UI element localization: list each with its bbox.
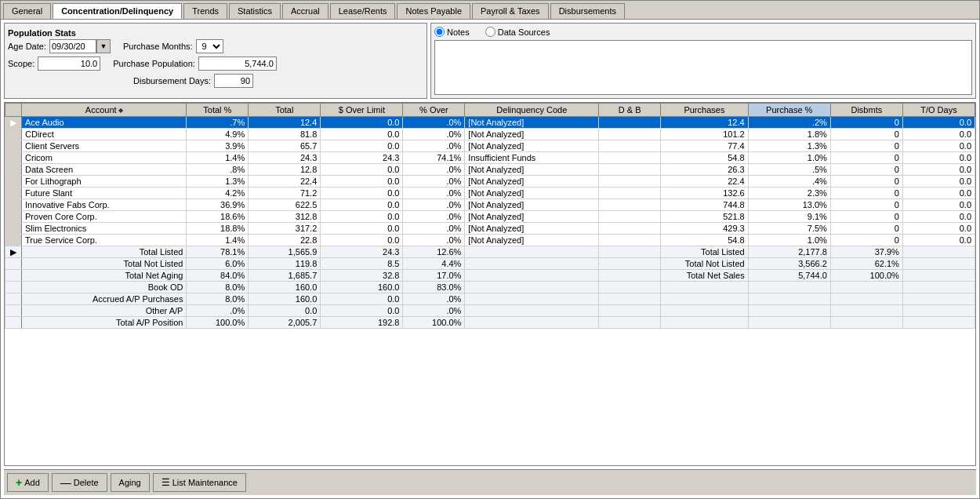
disbmts-cell: 0 (830, 152, 902, 164)
account-cell: Data Screen (22, 164, 187, 176)
tab-trends[interactable]: Trends (183, 3, 227, 19)
total-cell: 12.4 (249, 117, 321, 129)
table-row[interactable]: Slim Electronics18.8%317.20.0.0%[Not Ana… (5, 223, 975, 235)
tab-notes-payable[interactable]: Notes Payable (397, 3, 470, 19)
col-account[interactable]: Account ◆ (22, 104, 187, 117)
purchase-pct-cell: 13.0% (748, 199, 830, 211)
table-row[interactable]: CDirect4.9%81.80.0.0%[Not Analyzed]101.2… (5, 129, 975, 140)
notes-radio-option[interactable]: Notes (434, 27, 470, 37)
col-over-limit: $ Over Limit (321, 104, 403, 117)
footer-total-listed-pct: 78.1% (187, 246, 249, 258)
purchase-pct-cell: 1.8% (748, 129, 830, 140)
disbmts-cell: 0 (830, 199, 902, 211)
top-section: Population Stats Age Date: ▼ Purchase Mo… (4, 23, 976, 99)
table-row[interactable]: Future Slant4.2%71.20.0.0%[Not Analyzed]… (5, 188, 975, 199)
pct-over-cell: .0% (403, 199, 465, 211)
add-button[interactable]: + Add (7, 473, 49, 492)
purchase-months-select[interactable]: 9 (196, 39, 223, 53)
footer-other-ap-total: 0.0 (249, 305, 321, 317)
table-row[interactable]: Innovative Fabs Corp.36.9%622.50.0.0%[No… (5, 199, 975, 211)
footer-book-od-pct-over: 83.0% (403, 282, 465, 293)
db-cell (599, 199, 661, 211)
db-cell (599, 129, 661, 140)
delete-button[interactable]: — Delete (52, 473, 107, 492)
purchase-pct-cell: 2.3% (748, 188, 830, 199)
row-indicator (5, 129, 22, 140)
total-cell: 622.5 (249, 199, 321, 211)
data-sources-radio[interactable] (485, 27, 495, 37)
table-row[interactable]: ▶Ace Audio.7%12.40.0.0%[Not Analyzed]12.… (5, 117, 975, 129)
disbmts-cell: 0 (830, 176, 902, 188)
row-indicator (5, 140, 22, 152)
total-cell: 24.3 (249, 152, 321, 164)
db-cell (599, 188, 661, 199)
table-row[interactable]: Cricom1.4%24.324.374.1%Insufficient Fund… (5, 152, 975, 164)
footer-accrued-ap-row: Accrued A/P Purchases 8.0% 160.0 0.0 .0% (5, 293, 975, 305)
table-row[interactable]: Data Screen.8%12.80.0.0%[Not Analyzed]26… (5, 164, 975, 176)
tab-concentration[interactable]: Concentration/Delinquency (53, 3, 182, 19)
footer-total-not-listed-row: Total Not Listed 6.0% 119.8 8.5 4.4% Tot… (5, 258, 975, 270)
disbursement-days-input[interactable] (214, 74, 253, 88)
footer-total-listed-over: 24.3 (321, 246, 403, 258)
account-cell: Slim Electronics (22, 223, 187, 235)
table-row[interactable]: For Lithograph1.3%22.40.0.0%[Not Analyze… (5, 176, 975, 188)
purchase-pct-cell: 9.1% (748, 211, 830, 223)
to-days-cell: 0.0 (902, 199, 975, 211)
db-cell (599, 152, 661, 164)
over-limit-cell: 0.0 (321, 199, 403, 211)
footer-total-ap-pct-over: 100.0% (403, 317, 465, 329)
age-date-label: Age Date: (8, 42, 46, 51)
purchases-cell: 101.2 (661, 129, 749, 140)
delinquency-cell: [Not Analyzed] (465, 117, 599, 129)
col-purchases: Purchases (661, 104, 749, 117)
footer-total-not-listed-label: Total Not Listed (22, 258, 187, 270)
footer-accrued-ap-over: 0.0 (321, 293, 403, 305)
tab-accrual[interactable]: Accrual (282, 3, 328, 19)
db-cell (599, 140, 661, 152)
notes-radio[interactable] (434, 27, 445, 37)
pct-over-cell: .0% (403, 176, 465, 188)
to-days-cell: 0.0 (902, 188, 975, 199)
footer-other-ap-row: Other A/P .0% 0.0 0.0 .0% (5, 305, 975, 317)
to-days-cell: 0.0 (902, 117, 975, 129)
tab-bar: General Concentration/Delinquency Trends… (1, 1, 979, 20)
data-sources-radio-label: Data Sources (498, 27, 550, 37)
notes-radio-label: Notes (447, 27, 470, 37)
pct-over-cell: .0% (403, 188, 465, 199)
db-cell (599, 235, 661, 246)
main-table: Account ◆ Total % Total $ Over Limit % O… (5, 103, 975, 329)
db-cell (599, 164, 661, 176)
age-date-input[interactable] (49, 39, 96, 53)
list-maintenance-button[interactable]: ☰ List Maintenance (153, 473, 246, 492)
tab-statistics[interactable]: Statistics (229, 3, 281, 19)
footer-book-od-over: 160.0 (321, 282, 403, 293)
pct-over-cell: .0% (403, 129, 465, 140)
scope-input[interactable] (38, 56, 100, 71)
notes-textarea[interactable] (434, 40, 972, 95)
tab-payroll-taxes[interactable]: Payroll & Taxes (472, 3, 549, 19)
table-row[interactable]: True Service Corp.1.4%22.80.0.0%[Not Ana… (5, 235, 975, 246)
age-date-wrapper: ▼ (49, 39, 111, 53)
footer-not-listed-pct: 6.0% (187, 258, 249, 270)
age-date-picker-button[interactable]: ▼ (96, 39, 111, 53)
purchases-cell: 429.3 (661, 223, 749, 235)
purchase-population-input[interactable] (198, 56, 277, 71)
footer-total-net-aging-label: Total Net Aging (22, 270, 187, 282)
tab-disbursements[interactable]: Disbursements (550, 3, 625, 19)
aging-button[interactable]: Aging (111, 473, 150, 492)
row-indicator (5, 188, 22, 199)
data-grid[interactable]: Account ◆ Total % Total $ Over Limit % O… (4, 102, 976, 466)
footer-not-listed-pct-over: 4.4% (403, 258, 465, 270)
disbmts-cell: 0 (830, 223, 902, 235)
tab-lease-rents[interactable]: Lease/Rents (330, 3, 396, 19)
data-sources-radio-option[interactable]: Data Sources (485, 27, 550, 37)
over-limit-cell: 24.3 (321, 152, 403, 164)
table-row[interactable]: Proven Core Corp.18.6%312.80.0.0%[Not An… (5, 211, 975, 223)
purchase-months-label: Purchase Months: (123, 42, 193, 51)
table-row[interactable]: Client Servers3.9%65.70.0.0%[Not Analyze… (5, 140, 975, 152)
add-icon: + (16, 476, 22, 489)
tab-general[interactable]: General (3, 3, 51, 19)
disbmts-cell: 0 (830, 117, 902, 129)
over-limit-cell: 0.0 (321, 235, 403, 246)
account-cell: Cricom (22, 152, 187, 164)
